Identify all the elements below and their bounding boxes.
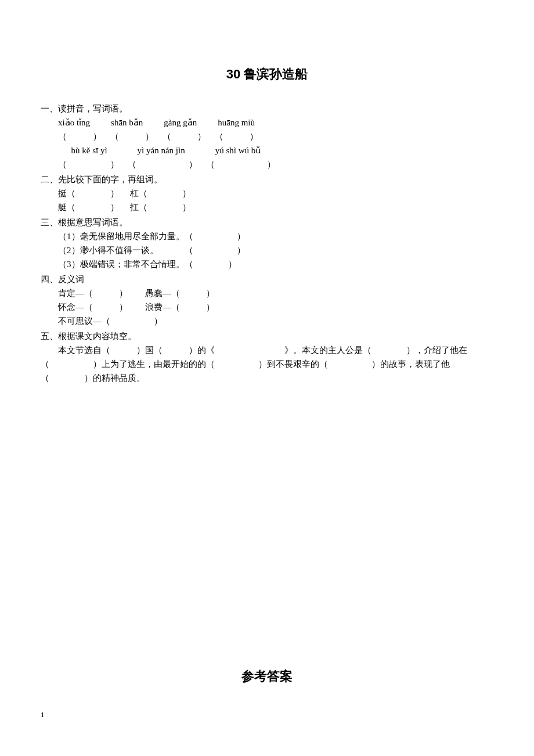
pinyin-row-2: bù kě sī yì yì yán nán jìn yú shì wú bǔ (41, 143, 493, 157)
meaning-item-1: （1）毫无保留地用尽全部力量。（ ） (41, 229, 493, 243)
section-compare: 二、先比较下面的字，再组词。 挺（ ） 杠（ ） 艇（ ） 扛（ ） (41, 172, 493, 214)
blank-row-1: （ ） （ ） （ ） （ ） (41, 129, 493, 143)
page-number: 1 (41, 709, 45, 721)
page-title: 30 鲁滨孙造船 (41, 64, 493, 84)
section4-head: 四、反义词 (41, 272, 493, 286)
pinyin-word: yú shì wú bǔ (215, 143, 262, 157)
antonym-row-1: 肯定—（ ） 愚蠢—（ ） (41, 286, 493, 300)
antonym-row-3: 不可思议—（ ） (41, 314, 493, 328)
section-fill: 五、根据课文内容填空。 本文节选自（ ）国（ ）的《 》。本文的主人公是（ ），… (41, 329, 493, 385)
pinyin-word: gàng gǎn (164, 116, 197, 129)
pinyin-word: xiǎo tǐng (58, 116, 90, 129)
pinyin-word: huāng miù (218, 116, 255, 129)
section-meaning: 三、根据意思写词语。 （1）毫无保留地用尽全部力量。（ ） （2）渺小得不值得一… (41, 215, 493, 271)
section-antonym: 四、反义词 肯定—（ ） 愚蠢—（ ） 怀念—（ ） 浪费—（ ） 不可思议—（… (41, 272, 493, 328)
meaning-item-3: （3）极端错误；非常不合情理。（ ） (41, 257, 493, 271)
pinyin-word: shān bǎn (111, 116, 143, 129)
compare-row-2: 艇（ ） 扛（ ） (41, 200, 493, 214)
pinyin-word: bù kě sī yì (71, 143, 107, 157)
compare-row-1: 挺（ ） 杠（ ） (41, 186, 493, 200)
section-pinyin: 一、读拼音，写词语。 xiǎo tǐng shān bǎn gàng gǎn h… (41, 102, 493, 171)
section1-head: 一、读拼音，写词语。 (41, 102, 493, 116)
pinyin-row-1: xiǎo tǐng shān bǎn gàng gǎn huāng miù (41, 116, 493, 129)
answer-title: 参考答案 (0, 666, 534, 686)
pinyin-word: yì yán nán jìn (138, 143, 185, 157)
blank-row-2: （ ） （ ） （ ） (41, 157, 493, 171)
fill-paragraph: 本文节选自（ ）国（ ）的《 》。本文的主人公是（ ），介绍了他在（ ）上为了逃… (41, 343, 493, 385)
section5-head: 五、根据课文内容填空。 (41, 329, 493, 343)
section2-head: 二、先比较下面的字，再组词。 (41, 172, 493, 186)
meaning-item-2: （2）渺小得不值得一谈。 （ ） (41, 243, 493, 257)
antonym-row-2: 怀念—（ ） 浪费—（ ） (41, 300, 493, 314)
section3-head: 三、根据意思写词语。 (41, 215, 493, 229)
